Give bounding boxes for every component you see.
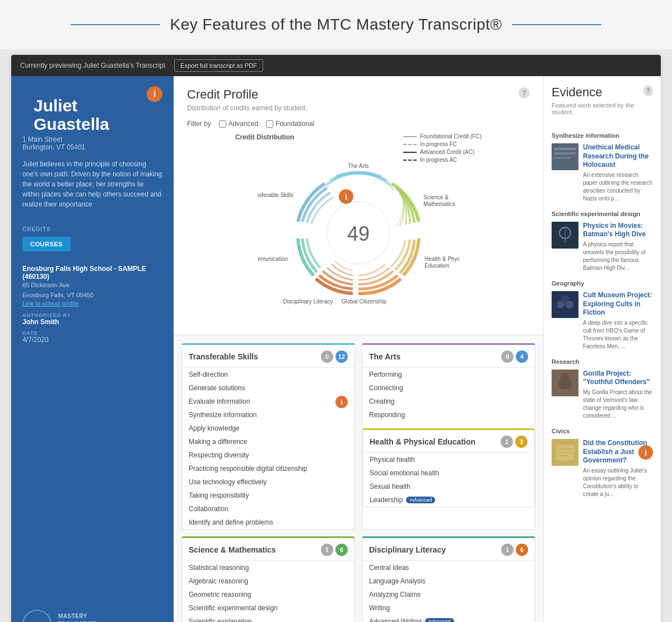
evidence-subtitle: Featured work selected by the student. xyxy=(552,102,643,115)
arts-title: The Arts xyxy=(369,352,400,361)
evidence-card-gorilla[interactable]: Gorilla Project: "Youthful Offenders" My… xyxy=(552,370,653,420)
filter-foundational-label[interactable]: Foundational xyxy=(266,120,314,128)
svg-rect-12 xyxy=(554,148,576,150)
science-title: Science & Mathematics xyxy=(189,545,276,554)
student-info-icon[interactable]: i xyxy=(147,86,162,102)
evidence-card-holocaust[interactable]: Unethical Medical Research During the Ho… xyxy=(552,143,653,203)
svg-text:Global Citizenship: Global Citizenship xyxy=(342,298,387,305)
transferable-item-12: Identify and define problems xyxy=(182,516,354,529)
export-button[interactable]: Export full transcript as PDF xyxy=(174,59,263,72)
science-item-1: Statistical reasoning xyxy=(182,561,354,574)
disciplinary-title: Disciplinary Literacy xyxy=(369,545,446,554)
student-name: Juliet Guastella xyxy=(22,86,162,135)
transferable-info-badge[interactable]: i xyxy=(335,396,348,408)
svg-text:49: 49 xyxy=(347,222,370,245)
gorilla-title: Gorilla Project: "Youthful Offenders" xyxy=(583,370,653,387)
filter-advanced-checkbox[interactable] xyxy=(219,120,226,128)
health-title: Health & Physical Education xyxy=(370,437,475,446)
evidence-card-cult[interactable]: Cult Museum Project: Exploring Cults in … xyxy=(552,291,653,350)
chart-info-badge[interactable]: i xyxy=(339,189,353,204)
chart-legend: Foundational Credit (FC) In progress FC … xyxy=(403,133,482,165)
disciplinary-item-1: Central Ideas xyxy=(362,561,535,574)
page-header: Key Features of the MTC Mastery Transcri… xyxy=(0,0,672,49)
svg-point-21 xyxy=(561,295,569,303)
health-badge-1: 1 xyxy=(501,436,513,448)
credit-profile-section: Credit Profile Distribution of credits e… xyxy=(174,76,543,335)
health-advanced-badge: Advanced xyxy=(406,497,435,503)
svg-text:Communication: Communication xyxy=(258,256,288,262)
disciplinary-item-3: Analyzing Claims xyxy=(362,588,535,601)
transferable-item-1: Self-direction xyxy=(182,368,354,381)
school-link[interactable]: Link to school profile xyxy=(22,300,162,307)
transferable-badge-0: 0 xyxy=(321,350,333,363)
cult-thumb xyxy=(552,291,578,318)
health-item-4: Leadership Advanced xyxy=(363,493,534,507)
arts-badge-4: 4 xyxy=(516,350,528,363)
student-bio: Juliet believes in the principle of choo… xyxy=(11,159,174,219)
transferable-skills-box: Transferable Skills 0 12 Self-direction … xyxy=(181,343,355,530)
science-item-4: Scientific experimental design xyxy=(182,601,354,615)
disciplinary-box: Disciplinary Literacy 1 6 Central Ideas … xyxy=(362,536,535,622)
constitution-desc: An essay outlining Juliet's opinion rega… xyxy=(583,467,653,498)
arts-item-2: Connecting xyxy=(362,381,535,395)
holocaust-thumb xyxy=(552,143,578,170)
batman-desc: A physics report that unravels the possi… xyxy=(583,241,653,272)
evidence-title: Evidence xyxy=(552,85,643,100)
health-item-2: Social emotional health xyxy=(363,466,534,480)
svg-text:The Arts: The Arts xyxy=(348,163,368,169)
filter-foundational-checkbox[interactable] xyxy=(266,120,273,128)
sidebar-footer: MTC MASTERY TRANSCRIPT CONSORTIUM™ xyxy=(11,598,174,622)
svg-text:Science &: Science & xyxy=(423,194,449,200)
skills-grid: Transferable Skills 0 12 Self-direction … xyxy=(174,335,543,622)
filter-label: Filter by xyxy=(187,120,211,128)
science-item-5: Scientific explanation xyxy=(182,615,354,622)
category-civics: Civics xyxy=(552,428,653,434)
center-panel: Credit Profile Distribution of credits e… xyxy=(174,76,543,622)
science-badge-1: 1 xyxy=(321,544,333,556)
sidebar: Juliet Guastella i 1 Main Street Burling… xyxy=(11,76,174,622)
category-research: Research xyxy=(552,358,653,365)
health-item-3: Sexual health xyxy=(363,480,534,493)
credits-section: CREDITS COURSES xyxy=(11,219,174,256)
credit-profile-help-icon[interactable]: ? xyxy=(519,87,530,99)
credit-profile-title: Credit Profile xyxy=(187,87,307,102)
transferable-item-8: Practicing responsible digital citizensh… xyxy=(182,462,354,475)
transferable-title: Transferable Skills xyxy=(189,352,258,361)
app-shell: Currently previewing Juliet Guastella's … xyxy=(11,55,661,622)
arts-item-1: Performing xyxy=(362,368,535,381)
science-box: Science & Mathematics 1 6 Statistical re… xyxy=(181,536,355,622)
credits-label: CREDITS xyxy=(22,226,162,232)
transferable-item-7: Respecting diversity xyxy=(182,448,354,462)
transferable-item-2: Generate solutions xyxy=(182,381,354,395)
courses-button[interactable]: COURSES xyxy=(22,237,71,251)
holocaust-desc: An extensive research paper outlining th… xyxy=(583,171,653,203)
date-value: 4/7/2020 xyxy=(22,336,162,344)
svg-text:Education: Education xyxy=(424,263,449,269)
health-badge-3: 3 xyxy=(515,436,528,448)
evidence-card-batman[interactable]: Physics in Movies: Batman's High Dive A … xyxy=(552,222,653,272)
filter-advanced-label[interactable]: Advanced xyxy=(219,120,258,128)
mtc-logo: MTC xyxy=(22,610,52,622)
evidence-help-icon[interactable]: ? xyxy=(643,85,653,96)
school-info: Enosburg Falls High School - SAMPLE (460… xyxy=(11,256,174,353)
batman-thumb xyxy=(552,222,578,249)
cult-desc: A deep dive into a specific cult from HB… xyxy=(583,319,653,350)
svg-text:Transferable Skills: Transferable Skills xyxy=(258,192,293,198)
disciplinary-item-2: Language Analysis xyxy=(362,574,535,588)
transferable-item-9: Use technology effectively xyxy=(182,475,354,489)
constitution-thumb xyxy=(552,439,578,466)
page-title: Key Features of the MTC Mastery Transcri… xyxy=(170,16,502,34)
health-box: Health & Physical Education 1 3 Physical… xyxy=(362,428,535,507)
evidence-info-badge[interactable]: i xyxy=(638,445,653,460)
disciplinary-badge-1: 1 xyxy=(501,544,514,556)
holocaust-title: Unethical Medical Research During the Ho… xyxy=(583,143,653,170)
svg-text:Disciplinary Literacy: Disciplinary Literacy xyxy=(283,298,333,305)
student-address: 1 Main Street Burlington, VT 05401 xyxy=(11,135,174,159)
main-layout: Juliet Guastella i 1 Main Street Burling… xyxy=(11,76,661,622)
cult-title: Cult Museum Project: Exploring Cults in … xyxy=(583,291,653,317)
svg-rect-13 xyxy=(554,152,576,155)
disciplinary-item-4: Writing xyxy=(362,601,535,615)
science-item-3: Geometric reasoning xyxy=(182,588,354,601)
evidence-card-constitution[interactable]: Did the Constitution Establish a Just Go… xyxy=(552,439,653,498)
evidence-panel: Evidence Featured work selected by the s… xyxy=(543,76,661,622)
